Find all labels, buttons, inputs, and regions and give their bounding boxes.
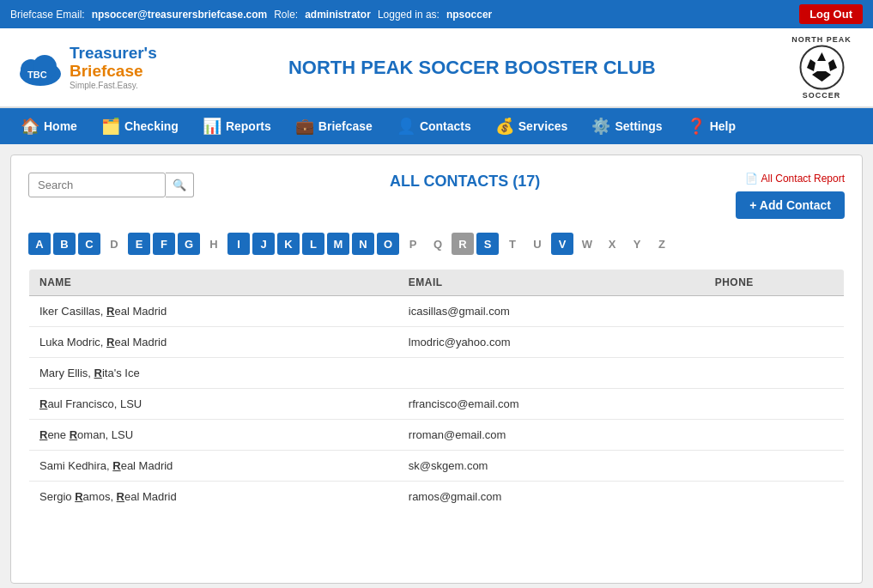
email-value: npsoccer@treasurersbriefcase.com bbox=[92, 9, 267, 21]
alpha-btn-d: D bbox=[103, 233, 125, 255]
alpha-btn-n[interactable]: N bbox=[352, 233, 374, 255]
contact-phone bbox=[705, 482, 845, 512]
alpha-btn-e[interactable]: E bbox=[128, 233, 150, 255]
nav-contacts[interactable]: 👤 Contacts bbox=[385, 108, 483, 144]
briefcase-icon: 💼 bbox=[295, 117, 314, 136]
right-actions: 📄 All Contact Report + Add Contact bbox=[736, 173, 845, 219]
nav-help-label: Help bbox=[710, 119, 736, 133]
search-area: 🔍 bbox=[28, 173, 194, 197]
main-content: 🔍 ALL CONTACTS (17) 📄 All Contact Report… bbox=[10, 155, 863, 584]
alpha-btn-i[interactable]: I bbox=[227, 233, 250, 255]
nav-checking-label: Checking bbox=[124, 119, 179, 133]
soccer-ball-area: NORTH PEAK SOCCER bbox=[787, 35, 856, 100]
nav-briefcase-label: Briefcase bbox=[318, 119, 373, 133]
alpha-btn-w: W bbox=[576, 233, 598, 255]
user-value: npsoccer bbox=[446, 9, 492, 21]
table-row[interactable]: Luka Modric, Real Madridlmodric@yahoo.co… bbox=[29, 327, 845, 358]
soccer-label-bottom: SOCCER bbox=[803, 91, 841, 100]
top-bar: Briefcase Email: npsoccer@treasurersbrie… bbox=[0, 0, 873, 28]
contact-phone bbox=[705, 451, 845, 482]
contact-name: Raul Francisco, LSU bbox=[29, 389, 398, 420]
logo-cloud-icon: TBC bbox=[17, 48, 64, 87]
main-nav: 🏠 Home 🗂️ Checking 📊 Reports 💼 Briefcase… bbox=[0, 108, 873, 144]
contact-name: Mary Ellis, Rita's Ice bbox=[29, 358, 398, 389]
home-icon: 🏠 bbox=[21, 117, 39, 136]
contact-phone bbox=[705, 327, 845, 358]
nav-services-label: Services bbox=[518, 119, 568, 133]
nav-checking[interactable]: 🗂️ Checking bbox=[89, 108, 191, 144]
contact-email bbox=[398, 358, 705, 389]
pdf-icon: 📄 bbox=[745, 173, 758, 185]
soccer-ball-icon bbox=[798, 44, 846, 91]
alpha-btn-u: U bbox=[526, 233, 549, 255]
logo-slogan: Simple.Fast.Easy. bbox=[70, 81, 157, 90]
contact-phone bbox=[705, 358, 845, 389]
logo-text: TBC Treasurer's Briefcase Simple.Fast.Ea… bbox=[17, 45, 157, 90]
logout-button[interactable]: Log Out bbox=[799, 4, 863, 24]
content-header: 🔍 ALL CONTACTS (17) 📄 All Contact Report… bbox=[28, 173, 845, 219]
contact-email: lmodric@yahoo.com bbox=[398, 327, 705, 358]
table-row[interactable]: Sergio Ramos, Real Madridramos@gmail.com bbox=[29, 482, 845, 512]
alpha-btn-v[interactable]: V bbox=[551, 233, 573, 255]
contacts-table: NAME EMAIL PHONE Iker Casillas, Real Mad… bbox=[28, 269, 845, 512]
alpha-btn-x: X bbox=[601, 233, 623, 255]
nav-settings[interactable]: ⚙️ Settings bbox=[579, 108, 674, 144]
soccer-label-top: NORTH PEAK bbox=[791, 35, 852, 44]
reports-icon: 📊 bbox=[203, 117, 221, 136]
nav-services[interactable]: 💰 Services bbox=[483, 108, 580, 144]
contact-email: icasillas@gmail.com bbox=[398, 296, 705, 327]
alpha-btn-m[interactable]: M bbox=[327, 233, 349, 255]
table-row[interactable]: Sami Kedhira, Real Madridsk@skgem.com bbox=[29, 451, 845, 482]
table-row[interactable]: Raul Francisco, LSUrfrancisco@email.com bbox=[29, 389, 845, 420]
alpha-btn-t: T bbox=[501, 233, 524, 255]
alpha-btn-g[interactable]: G bbox=[178, 233, 200, 255]
nav-help[interactable]: ❓ Help bbox=[675, 108, 748, 144]
contact-phone bbox=[705, 389, 845, 420]
alpha-btn-c[interactable]: C bbox=[78, 233, 100, 255]
contact-name: Iker Casillas, Real Madrid bbox=[29, 296, 398, 327]
col-name: NAME bbox=[29, 270, 398, 296]
alpha-btn-r[interactable]: R bbox=[452, 233, 474, 255]
nav-briefcase[interactable]: 💼 Briefcase bbox=[283, 108, 385, 144]
nav-settings-label: Settings bbox=[615, 119, 662, 133]
add-contact-button[interactable]: + Add Contact bbox=[736, 191, 845, 219]
table-row[interactable]: Iker Casillas, Real Madridicasillas@gmai… bbox=[29, 296, 845, 327]
alphabet-filter: ABCDEFGHIJKLMNOPQRSTUVWXYZ bbox=[28, 233, 845, 255]
alpha-btn-q: Q bbox=[427, 233, 449, 255]
logo-main-text: Treasurer's bbox=[70, 45, 157, 63]
contact-email: sk@skgem.com bbox=[398, 451, 705, 482]
alpha-btn-p: P bbox=[402, 233, 424, 255]
header: TBC Treasurer's Briefcase Simple.Fast.Ea… bbox=[0, 28, 873, 108]
nav-home-label: Home bbox=[44, 119, 77, 133]
alpha-btn-k[interactable]: K bbox=[277, 233, 300, 255]
alpha-btn-f[interactable]: F bbox=[153, 233, 175, 255]
report-link-label: All Contact Report bbox=[761, 173, 845, 185]
search-input[interactable] bbox=[28, 173, 166, 197]
alpha-btn-z: Z bbox=[651, 233, 673, 255]
table-row[interactable]: Mary Ellis, Rita's Ice bbox=[29, 358, 845, 389]
alpha-btn-a[interactable]: A bbox=[28, 233, 51, 255]
page-title: ALL CONTACTS (17) bbox=[194, 173, 736, 191]
all-contact-report-link[interactable]: 📄 All Contact Report bbox=[745, 173, 845, 185]
table-row[interactable]: Rene Roman, LSUrroman@email.com bbox=[29, 420, 845, 451]
checking-icon: 🗂️ bbox=[101, 117, 120, 136]
alpha-btn-o[interactable]: O bbox=[377, 233, 399, 255]
nav-home[interactable]: 🏠 Home bbox=[9, 108, 89, 144]
nav-reports-label: Reports bbox=[226, 119, 271, 133]
alpha-btn-l[interactable]: L bbox=[302, 233, 324, 255]
alpha-btn-h: H bbox=[203, 233, 225, 255]
contact-name: Rene Roman, LSU bbox=[29, 420, 398, 451]
logged-in-label: Logged in as: bbox=[378, 9, 440, 21]
table-header-row: NAME EMAIL PHONE bbox=[29, 270, 845, 296]
col-phone: PHONE bbox=[705, 270, 845, 296]
email-label: Briefcase Email: bbox=[10, 9, 85, 21]
alpha-btn-j[interactable]: J bbox=[252, 233, 275, 255]
alpha-btn-s[interactable]: S bbox=[476, 233, 499, 255]
alpha-btn-b[interactable]: B bbox=[53, 233, 76, 255]
nav-reports[interactable]: 📊 Reports bbox=[191, 108, 283, 144]
search-button[interactable]: 🔍 bbox=[166, 173, 194, 197]
contact-name: Sami Kedhira, Real Madrid bbox=[29, 451, 398, 482]
contact-email: rroman@email.com bbox=[398, 420, 705, 451]
svg-text:TBC: TBC bbox=[27, 70, 47, 80]
logo-area: TBC Treasurer's Briefcase Simple.Fast.Ea… bbox=[17, 45, 157, 90]
